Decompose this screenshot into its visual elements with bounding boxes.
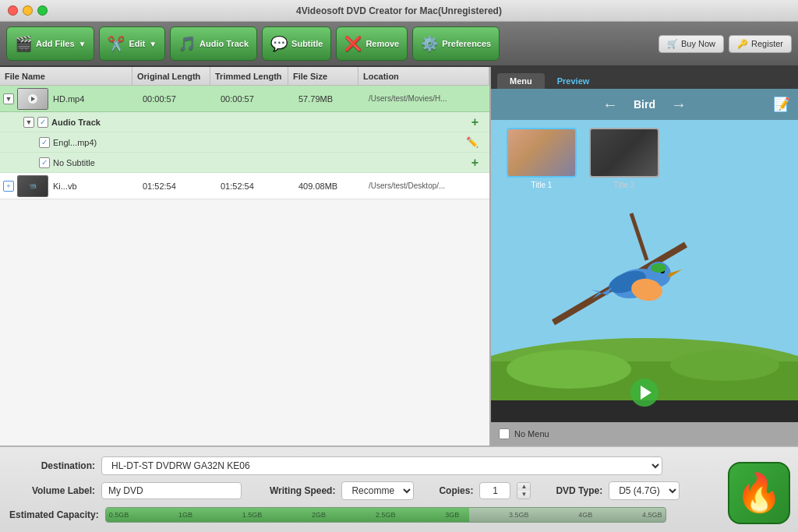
prev-arrow[interactable]: ← (602, 96, 618, 114)
cell-trim-2: 01:52:54 (221, 181, 298, 191)
cap-label-5: 3GB (445, 511, 459, 519)
dvd-type-label: DVD Type: (556, 485, 602, 496)
audio-track-label: Audio Track (51, 118, 471, 127)
bottom-panel: Destination: HL-DT-ST DVDRW GA32N KE06 V… (0, 446, 798, 532)
destination-label: Destination: (9, 460, 95, 471)
destination-select[interactable]: HL-DT-ST DVDRW GA32N KE06 (101, 456, 662, 475)
svg-point-15 (651, 263, 666, 273)
audio-track-button[interactable]: 🎵 Audio Track (170, 26, 257, 61)
volume-input[interactable] (101, 482, 242, 499)
next-arrow[interactable]: → (671, 96, 687, 114)
thumb-item-2: Title 2 (589, 128, 659, 189)
no-menu-checkbox[interactable] (499, 428, 510, 439)
thumb-box-2[interactable] (589, 128, 659, 178)
col-header-size: File Size (288, 67, 358, 85)
thumb-item-1: Title 1 (507, 128, 577, 189)
subtitle-checkbox[interactable]: ✓ (39, 157, 50, 168)
subtitle-row: ✓ No Subtitle + (0, 153, 489, 173)
audio-add-button[interactable]: + (471, 115, 486, 129)
copies-decrement[interactable]: ▼ (517, 491, 530, 499)
svg-point-3 (507, 350, 631, 389)
writing-speed-select-wrap: Recomme (341, 481, 414, 500)
toolbar-right: 🛒 Buy Now 🔑 Register (659, 35, 792, 53)
preferences-button[interactable]: ⚙️ Preferences (412, 26, 500, 61)
table-row[interactable]: ▼ HD.mp4 00:00:57 00:00:57 57.79MB /User… (0, 86, 489, 112)
file-panel: File Name Original Length Trimmed Length… (0, 67, 491, 446)
cell-size-1: 57.79MB (298, 94, 369, 104)
preview-nav-bar: ← Bird → 📝 (491, 89, 798, 120)
cell-filename-1: HD.mp4 (53, 94, 143, 104)
volume-label: Volume Label: (9, 485, 95, 496)
no-menu-label: No Menu (514, 429, 549, 439)
writing-speed-select[interactable]: Recomme (341, 481, 414, 500)
edit-menu-button[interactable]: 📝 (773, 96, 790, 113)
buy-now-button[interactable]: 🛒 Buy Now (659, 35, 724, 53)
expand-icon-2[interactable]: + (3, 181, 14, 192)
copies-label: Copies: (439, 485, 473, 496)
subtitle-add-button[interactable]: + (471, 156, 486, 170)
subtitle-button[interactable]: 💬 Subtitle (262, 26, 331, 61)
tab-menu[interactable]: Menu (497, 73, 545, 89)
audio-file-checkbox[interactable]: ✓ (39, 137, 50, 148)
play-triangle-icon (641, 386, 651, 400)
copies-stepper: ▲ ▼ (517, 482, 531, 499)
title-bar: 4Videosoft DVD Creator for Mac(Unregiste… (0, 0, 798, 22)
cap-label-4: 2.5GB (376, 511, 396, 519)
settings-row: Volume Label: Writing Speed: Recomme Cop… (9, 481, 789, 500)
dvd-type-select[interactable]: D5 (4.7G) (609, 481, 680, 500)
cap-label-2: 1.5GB (242, 511, 263, 519)
remove-icon: ❌ (344, 37, 362, 51)
edit-icon: ✂️ (108, 37, 125, 51)
audio-edit-button[interactable]: ✏️ (466, 136, 486, 148)
audio-checkbox[interactable]: ✓ (37, 117, 48, 128)
add-files-icon: 🎬 (15, 37, 32, 51)
edit-button[interactable]: ✂️ Edit ▼ (99, 26, 165, 61)
thumbnail-2: 📹 (17, 175, 48, 197)
destination-row: Destination: HL-DT-ST DVDRW GA32N KE06 (9, 456, 789, 475)
thumbnail-strip: Title 1 Title 2 (491, 120, 798, 197)
expand-icon[interactable]: ▼ (3, 93, 14, 104)
cap-label-0: 0.5GB (109, 511, 129, 519)
capacity-label: Estimated Capacity: (9, 509, 99, 520)
menu-title: Bird (634, 98, 655, 111)
buy-icon: 🛒 (667, 39, 678, 49)
cap-label-6: 3.5GB (509, 511, 529, 519)
file-list-header: File Name Original Length Trimmed Length… (0, 67, 489, 86)
play-button[interactable] (630, 379, 659, 407)
audio-expand-icon[interactable]: ▼ (23, 117, 34, 128)
col-header-trimmed: Trimmed Length (210, 67, 288, 85)
preview-content: ← Bird → 📝 Title 1 Title 2 (491, 89, 798, 446)
preview-panel: Menu Preview (491, 67, 798, 446)
dvd-type-select-wrap: D5 (4.7G) (609, 481, 680, 500)
thumb-title-1: Title 1 (531, 181, 553, 189)
audio-file-label: Engl...mp4) (53, 138, 466, 147)
maximize-button[interactable] (37, 5, 48, 16)
burn-button[interactable]: 🔥 (728, 462, 790, 524)
cell-orig-2: 01:52:54 (143, 181, 221, 191)
close-button[interactable] (8, 5, 18, 16)
table-row[interactable]: + 📹 Ki...vb 01:52:54 01:52:54 409.08MB /… (0, 173, 489, 199)
audio-track-row: ▼ ✓ Audio Track + (0, 112, 489, 132)
remove-button[interactable]: ❌ Remove (336, 26, 408, 61)
copies-increment[interactable]: ▲ (517, 483, 530, 491)
copies-input[interactable] (479, 482, 510, 499)
cell-size-2: 409.08MB (298, 181, 369, 191)
play-overlay (28, 94, 37, 104)
tab-preview[interactable]: Preview (545, 73, 602, 89)
minimize-button[interactable] (23, 5, 33, 16)
add-files-button[interactable]: 🎬 Add Files ▼ (6, 26, 94, 61)
subtitle-label: No Subtitle (53, 158, 471, 167)
col-header-location: Location (358, 67, 489, 85)
audio-icon: 🎵 (178, 37, 196, 51)
col-header-name: File Name (0, 67, 132, 85)
capacity-row: Estimated Capacity: 0.5GB 1GB 1.5GB 2GB … (9, 507, 789, 523)
cell-filename-2: Ki...vb (53, 181, 143, 191)
writing-speed-label: Writing Speed: (270, 485, 335, 496)
window-title: 4Videosoft DVD Creator for Mac(Unregiste… (296, 5, 502, 16)
cap-label-1: 1GB (178, 511, 192, 519)
register-button[interactable]: 🔑 Register (729, 35, 792, 53)
window-controls (8, 5, 48, 16)
thumb-box-1[interactable] (507, 128, 577, 178)
capacity-bar: 0.5GB 1GB 1.5GB 2GB 2.5GB 3GB 3.5GB 4GB … (105, 507, 666, 523)
audio-file-row: ✓ Engl...mp4) ✏️ (0, 132, 489, 153)
